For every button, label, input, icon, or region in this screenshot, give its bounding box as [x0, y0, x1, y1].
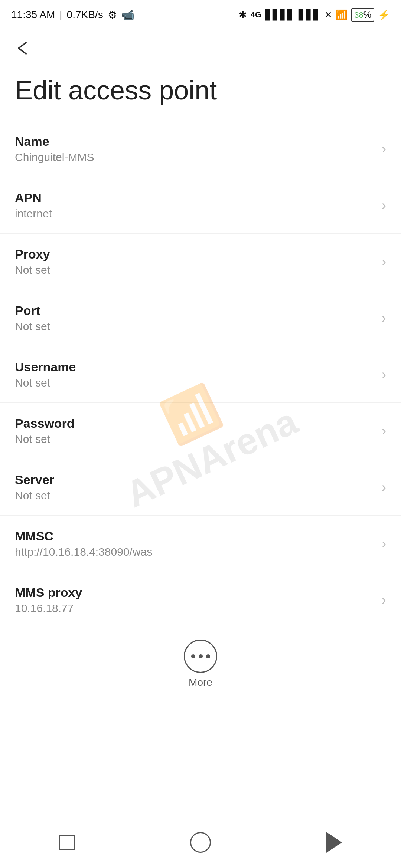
- home-icon: [190, 832, 211, 853]
- back-button[interactable]: [11, 35, 37, 61]
- chevron-right-icon: ›: [382, 198, 386, 213]
- battery-icon: 38%: [351, 8, 374, 22]
- more-dots-icon: [191, 654, 210, 658]
- settings-item-label-0: Name: [15, 134, 374, 149]
- settings-item-label-7: MMSC: [15, 529, 374, 543]
- settings-item-text: APN internet: [15, 191, 374, 220]
- settings-item-server[interactable]: Server Not set ›: [0, 459, 401, 516]
- settings-item-value-2: Not set: [15, 264, 374, 276]
- settings-item-label-5: Password: [15, 416, 374, 431]
- nav-bar: [0, 816, 401, 868]
- settings-item-name[interactable]: Name Chinguitel-MMS ›: [0, 121, 401, 177]
- settings-item-text: Password Not set: [15, 416, 374, 445]
- settings-item-text: Server Not set: [15, 473, 374, 502]
- settings-item-label-6: Server: [15, 473, 374, 487]
- status-icons: ✱ 4G ▋▋▋▋ ▋▋▋ ✕ 📶 38% ⚡: [239, 8, 390, 22]
- settings-item-value-1: internet: [15, 207, 374, 220]
- settings-item-port[interactable]: Port Not set ›: [0, 290, 401, 346]
- more-button[interactable]: More: [0, 628, 401, 696]
- status-speed: 0.7KB/s: [67, 9, 103, 21]
- signal-bars-icon: ▋▋▋▋: [265, 9, 295, 21]
- charge-icon: ⚡: [378, 9, 390, 21]
- settings-list: Name Chinguitel-MMS › APN internet › Pro…: [0, 121, 401, 628]
- settings-item-value-7: http://10.16.18.4:38090/was: [15, 546, 374, 558]
- signal-bars2-icon: ▋▋▋: [299, 9, 321, 21]
- status-separator: |: [59, 9, 62, 21]
- bluetooth-icon: ✱: [239, 9, 247, 21]
- more-label: More: [189, 677, 212, 688]
- back-nav-icon: [326, 832, 342, 853]
- settings-item-text: Username Not set: [15, 360, 374, 389]
- settings-item-value-0: Chinguitel-MMS: [15, 151, 374, 164]
- settings-icon: ⚙: [108, 9, 117, 21]
- settings-item-value-8: 10.16.18.77: [15, 602, 374, 615]
- status-bar: 11:35 AM | 0.7KB/s ⚙ 📹 ✱ 4G ▋▋▋▋ ▋▋▋ ✕ 📶…: [0, 0, 401, 30]
- chevron-right-icon: ›: [382, 367, 386, 382]
- settings-item-label-8: MMS proxy: [15, 585, 374, 600]
- settings-item-mms-proxy[interactable]: MMS proxy 10.16.18.77 ›: [0, 572, 401, 628]
- recent-icon: [59, 835, 75, 850]
- status-time: 11:35 AM: [11, 9, 55, 21]
- settings-item-label-4: Username: [15, 360, 374, 374]
- chevron-right-icon: ›: [382, 254, 386, 270]
- settings-item-text: Port Not set: [15, 303, 374, 333]
- page-title: Edit access point: [0, 67, 401, 121]
- chevron-right-icon: ›: [382, 310, 386, 326]
- nav-recent-button[interactable]: [45, 828, 89, 857]
- settings-item-text: Proxy Not set: [15, 247, 374, 276]
- settings-item-value-6: Not set: [15, 489, 374, 502]
- settings-item-label-2: Proxy: [15, 247, 374, 262]
- chevron-right-icon: ›: [382, 536, 386, 552]
- settings-item-text: MMSC http://10.16.18.4:38090/was: [15, 529, 374, 558]
- settings-item-text: MMS proxy 10.16.18.77: [15, 585, 374, 615]
- settings-item-label-3: Port: [15, 303, 374, 318]
- settings-item-password[interactable]: Password Not set ›: [0, 403, 401, 459]
- settings-item-text: Name Chinguitel-MMS: [15, 134, 374, 164]
- signal-x-icon: ✕: [325, 10, 332, 20]
- settings-item-proxy[interactable]: Proxy Not set ›: [0, 234, 401, 290]
- wifi-icon: 📶: [336, 9, 348, 21]
- settings-item-value-4: Not set: [15, 377, 374, 389]
- settings-item-username[interactable]: Username Not set ›: [0, 346, 401, 403]
- settings-item-apn[interactable]: APN internet ›: [0, 177, 401, 234]
- settings-item-label-1: APN: [15, 191, 374, 205]
- more-circle-icon: [184, 640, 217, 673]
- camera-icon: 📹: [121, 9, 134, 21]
- chevron-right-icon: ›: [382, 480, 386, 495]
- settings-item-value-5: Not set: [15, 433, 374, 445]
- toolbar: [0, 30, 401, 67]
- nav-home-button[interactable]: [178, 828, 223, 857]
- nav-back-button[interactable]: [312, 828, 356, 857]
- settings-item-value-3: Not set: [15, 320, 374, 333]
- status-time-speed: 11:35 AM | 0.7KB/s ⚙ 📹: [11, 9, 134, 21]
- chevron-right-icon: ›: [382, 592, 386, 608]
- signal-4g-icon: 4G: [251, 10, 261, 20]
- chevron-right-icon: ›: [382, 423, 386, 439]
- chevron-right-icon: ›: [382, 141, 386, 157]
- settings-item-mmsc[interactable]: MMSC http://10.16.18.4:38090/was ›: [0, 516, 401, 572]
